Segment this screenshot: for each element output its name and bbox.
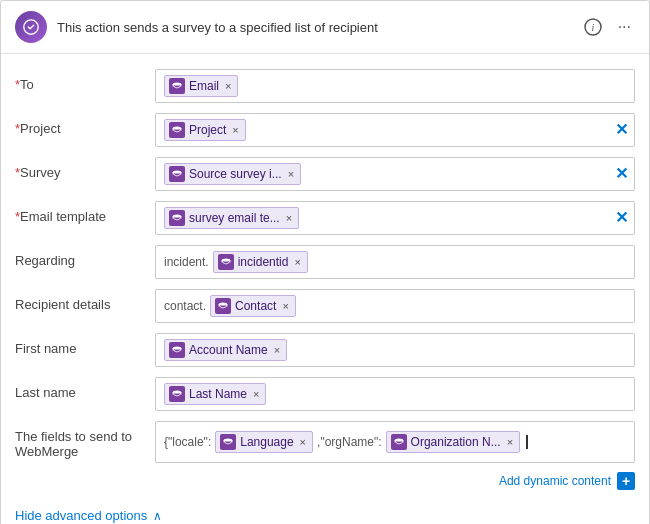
token-org-name-text: Organization N...	[411, 435, 501, 449]
token-email-text: Email	[189, 79, 219, 93]
label-project: *Project	[15, 113, 145, 136]
more-icon: ···	[618, 18, 631, 36]
db-icon-project	[169, 122, 185, 138]
clear-survey-button[interactable]: ✕	[615, 166, 628, 182]
svg-text:i: i	[591, 22, 594, 33]
label-last-name: Last name	[15, 377, 145, 400]
token-email-template-close[interactable]: ×	[286, 213, 292, 224]
label-to: *To	[15, 69, 145, 92]
advanced-row: Hide advanced options ∧	[1, 500, 649, 524]
token-survey: Source survey i... ×	[164, 163, 301, 185]
input-survey[interactable]: Source survey i... × ✕	[155, 157, 635, 191]
token-org-name-close[interactable]: ×	[507, 437, 513, 448]
webmerge-mid: ,"orgName":	[317, 434, 382, 450]
token-incidentid: incidentid ×	[213, 251, 308, 273]
label-email-template: *Email template	[15, 201, 145, 224]
token-project: Project ×	[164, 119, 246, 141]
label-recipient-details: Recipient details	[15, 289, 145, 312]
svg-point-15	[222, 259, 230, 262]
header-actions: i ···	[580, 16, 635, 38]
token-survey-close[interactable]: ×	[288, 169, 294, 180]
input-last-name[interactable]: Last Name ×	[155, 377, 635, 411]
token-language: Language ×	[215, 431, 313, 453]
add-dynamic-plus-button[interactable]: +	[617, 472, 635, 490]
footer-row: Add dynamic content +	[1, 468, 649, 494]
field-survey: *Survey Source survey i... × ✕	[1, 152, 649, 196]
db-icon-contact	[215, 298, 231, 314]
regarding-prefix: incident.	[164, 254, 209, 270]
db-icon-regarding	[218, 254, 234, 270]
label-survey: *Survey	[15, 157, 145, 180]
label-first-name: First name	[15, 333, 145, 356]
token-account-name: Account Name ×	[164, 339, 287, 361]
info-button[interactable]: i	[580, 16, 606, 38]
db-icon-email-template	[169, 210, 185, 226]
field-webmerge: The fields to send to WebMerge {"locale"…	[1, 416, 649, 468]
token-contact: Contact ×	[210, 295, 296, 317]
db-icon-last-name	[169, 386, 185, 402]
recipient-prefix: contact.	[164, 298, 206, 314]
token-incidentid-text: incidentid	[238, 255, 289, 269]
required-star: *	[15, 77, 20, 92]
input-first-name[interactable]: Account Name ×	[155, 333, 635, 367]
field-email-template: *Email template survey email te... × ✕	[1, 196, 649, 240]
field-regarding: Regarding incident. incidentid ×	[1, 240, 649, 284]
action-card: This action sends a survey to a specifie…	[0, 0, 650, 524]
action-icon	[15, 11, 47, 43]
svg-point-12	[173, 215, 181, 218]
token-survey-text: Source survey i...	[189, 167, 282, 181]
db-icon-language	[220, 434, 236, 450]
svg-point-24	[173, 391, 181, 394]
token-last-name-close[interactable]: ×	[253, 389, 259, 400]
field-recipient-details: Recipient details contact. Contact ×	[1, 284, 649, 328]
input-email-template[interactable]: survey email te... × ✕	[155, 201, 635, 235]
add-dynamic-button[interactable]: Add dynamic content	[499, 474, 611, 488]
label-webmerge: The fields to send to WebMerge	[15, 421, 145, 459]
field-to: *To Email ×	[1, 64, 649, 108]
input-regarding[interactable]: incident. incidentid ×	[155, 245, 635, 279]
field-first-name: First name Account Name ×	[1, 328, 649, 372]
db-icon-first-name	[169, 342, 185, 358]
token-language-close[interactable]: ×	[300, 437, 306, 448]
token-project-close[interactable]: ×	[232, 125, 238, 136]
db-icon-survey	[169, 166, 185, 182]
token-email: Email ×	[164, 75, 238, 97]
token-language-text: Language	[240, 435, 293, 449]
card-header: This action sends a survey to a specifie…	[1, 1, 649, 54]
token-email-template: survey email te... ×	[164, 207, 299, 229]
token-incidentid-close[interactable]: ×	[294, 257, 300, 268]
token-contact-close[interactable]: ×	[282, 301, 288, 312]
token-account-name-close[interactable]: ×	[274, 345, 280, 356]
token-last-name: Last Name ×	[164, 383, 266, 405]
svg-point-27	[224, 439, 232, 442]
input-to[interactable]: Email ×	[155, 69, 635, 103]
webmerge-prefix: {"locale":	[164, 434, 211, 450]
token-org-name: Organization N... ×	[386, 431, 520, 453]
svg-point-9	[173, 171, 181, 174]
svg-point-3	[173, 83, 181, 86]
input-webmerge[interactable]: {"locale": Language × ,"orgName": Organi…	[155, 421, 635, 463]
header-title: This action sends a survey to a specifie…	[57, 20, 570, 35]
svg-point-6	[173, 127, 181, 130]
token-last-name-text: Last Name	[189, 387, 247, 401]
webmerge-cursor	[526, 435, 528, 449]
db-icon-org	[391, 434, 407, 450]
svg-point-30	[395, 439, 403, 442]
db-icon-email	[169, 78, 185, 94]
token-email-template-text: survey email te...	[189, 211, 280, 225]
token-contact-text: Contact	[235, 299, 276, 313]
label-regarding: Regarding	[15, 245, 145, 268]
token-account-name-text: Account Name	[189, 343, 268, 357]
more-button[interactable]: ···	[614, 16, 635, 38]
token-project-text: Project	[189, 123, 226, 137]
hide-advanced-button[interactable]: Hide advanced options	[15, 508, 147, 523]
clear-email-template-button[interactable]: ✕	[615, 210, 628, 226]
input-recipient-details[interactable]: contact. Contact ×	[155, 289, 635, 323]
token-email-close[interactable]: ×	[225, 81, 231, 92]
clear-project-button[interactable]: ✕	[615, 122, 628, 138]
input-project[interactable]: Project × ✕	[155, 113, 635, 147]
field-last-name: Last name Last Name ×	[1, 372, 649, 416]
svg-point-21	[173, 347, 181, 350]
svg-point-18	[219, 303, 227, 306]
field-project: *Project Project × ✕	[1, 108, 649, 152]
